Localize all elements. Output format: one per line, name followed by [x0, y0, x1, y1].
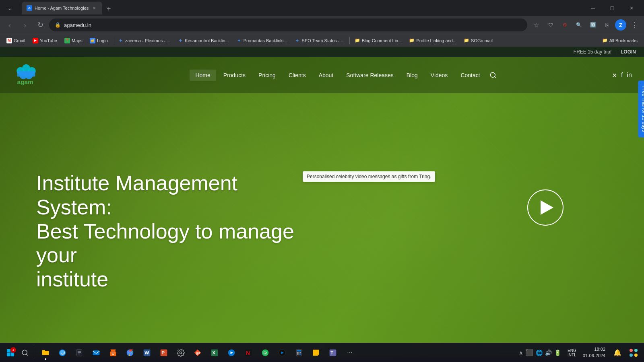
taskbar-teams[interactable]: T	[325, 345, 341, 361]
new-tab-btn[interactable]: +	[103, 3, 114, 14]
bookmark-blog[interactable]: 📁 Blog Comment Lin...	[351, 37, 405, 45]
bookmark-maps-label: Maps	[72, 38, 83, 43]
facebook-icon[interactable]: f	[621, 72, 623, 79]
kesarcontrol-favicon: +	[178, 38, 183, 43]
bookmark-seo[interactable]: + SEO Team Status - ...	[291, 37, 348, 45]
free-trial-sidebar-btn[interactable]: Free Trial for 15 days	[638, 81, 644, 138]
maps-favicon: 📍	[64, 38, 70, 43]
free-trial-text[interactable]: FREE 15 day trial	[574, 49, 611, 55]
bookmark-kesarcontrol[interactable]: + Kesarcontrol Backlin...	[174, 37, 232, 45]
tab-close-btn[interactable]: ×	[91, 5, 97, 11]
taskbar: 1	[0, 343, 644, 362]
all-bookmarks-btn[interactable]: 📁 All Bookmarks	[599, 37, 641, 45]
extension-btn-2[interactable]: ⚙	[558, 19, 571, 31]
hero-section: agam Home Products Pricing Clients About…	[0, 57, 644, 358]
taskbar-excel[interactable]: X	[206, 345, 223, 361]
svg-rect-17	[78, 352, 81, 353]
language-btn[interactable]: ENG INTL	[566, 348, 578, 357]
taskbar-spotify[interactable]	[257, 345, 273, 361]
nav-pricing[interactable]: Pricing	[253, 70, 281, 81]
taskbar-mail[interactable]	[88, 345, 104, 361]
linkedin-icon[interactable]: in	[627, 72, 632, 79]
bookmark-gmail[interactable]: M Gmail	[3, 37, 29, 45]
systray-expand-icon[interactable]: ∧	[519, 350, 523, 356]
taskbar-chrome[interactable]	[122, 345, 138, 361]
svg-rect-46	[298, 354, 299, 355]
social-links: ✕ f in	[612, 72, 632, 79]
start-button[interactable]: 1	[3, 346, 18, 360]
nav-actions: ☆ 🛡 ⚙ 🔍 🔟 ⎘ Z ⋮	[530, 19, 641, 31]
nav-home[interactable]: Home	[190, 70, 216, 81]
bookmark-pleximus[interactable]: + zaeema - Pleximus - ...	[115, 37, 173, 45]
mail-icon	[92, 349, 100, 357]
systray-recording-icon[interactable]: ⬛	[525, 349, 533, 356]
taskbar-groove[interactable]	[223, 345, 239, 361]
nav-about[interactable]: About	[313, 70, 339, 81]
back-btn[interactable]: ‹	[3, 19, 16, 31]
nav-blog[interactable]: Blog	[401, 70, 423, 81]
extension-btn-1[interactable]: 🛡	[544, 19, 557, 31]
taskbar-color-widget[interactable]	[626, 346, 641, 360]
site-logo[interactable]: agam	[12, 61, 40, 89]
volume-icon[interactable]: 🔊	[545, 350, 552, 356]
taskbar-search-btn[interactable]	[18, 346, 32, 360]
login-link[interactable]: LOGIN	[621, 49, 636, 55]
svg-rect-12	[11, 353, 14, 356]
battery-icon[interactable]: 🔋	[554, 350, 561, 356]
taskbar-media-player[interactable]	[274, 345, 290, 361]
extension-copy-btn[interactable]: ⎘	[601, 19, 613, 31]
taskbar-notepad[interactable]	[71, 345, 87, 361]
active-tab[interactable]: A Home - Agam Technologies ×	[22, 2, 102, 14]
bookmark-promantas[interactable]: + Promantas Backlinki...	[233, 37, 291, 45]
taskbar-git[interactable]: git	[190, 345, 206, 361]
taskbar-right: ∧ ⬛ 🌐 🔊 🔋 ENG INTL 18:02 01-06-2024 🔔	[516, 346, 641, 360]
taskbar-file-explorer[interactable]	[37, 345, 54, 361]
taskbar-settings[interactable]	[173, 345, 189, 361]
bookmark-sogo[interactable]: 📁 SOGo mail	[460, 37, 496, 45]
svg-text:W: W	[144, 350, 149, 355]
nav-contact[interactable]: Contact	[455, 70, 485, 81]
taskbar-netflix[interactable]: N	[240, 345, 256, 361]
play-video-btn[interactable]	[527, 189, 564, 226]
twitter-icon[interactable]: ✕	[612, 72, 617, 79]
svg-rect-19	[93, 350, 100, 355]
extension-btn-3[interactable]: 🔍	[572, 19, 585, 31]
nav-software-releases[interactable]: Software Releases	[341, 70, 399, 81]
taskbar-sep-1	[34, 347, 34, 359]
forward-btn[interactable]: ›	[19, 19, 31, 31]
bookmark-login[interactable]: 🔐 Login	[87, 37, 111, 45]
bookmark-maps[interactable]: 📍 Maps	[61, 37, 86, 45]
refresh-btn[interactable]: ↻	[34, 19, 47, 31]
taskbar-word[interactable]: W	[139, 345, 155, 361]
taskbar-clock[interactable]: 18:02 01-06-2024	[580, 346, 609, 359]
nav-search-btn[interactable]	[487, 70, 499, 81]
nav-videos[interactable]: Videos	[425, 70, 454, 81]
extension-btn-4[interactable]: 🔟	[586, 19, 599, 31]
bookmark-youtube[interactable]: ▶ YouTube	[29, 37, 60, 45]
profile-btn[interactable]: Z	[615, 19, 626, 31]
network-icon[interactable]: 🌐	[536, 350, 543, 356]
taskbar-sticky-notes[interactable]	[308, 345, 324, 361]
taskbar-more[interactable]: ···	[342, 345, 358, 361]
bookmark-profile[interactable]: 📁 Profile Linking and...	[406, 37, 460, 45]
settings-icon	[177, 349, 185, 357]
minimize-btn[interactable]: ─	[584, 2, 602, 14]
bookmark-star-btn[interactable]: ☆	[530, 19, 543, 31]
bookmark-sep-1	[113, 37, 113, 44]
tab-history-btn[interactable]: ⌄	[3, 2, 16, 14]
blog-favicon: 📁	[355, 38, 360, 43]
menu-btn[interactable]: ⋮	[628, 19, 641, 31]
notification-center-btn[interactable]: 🔔	[610, 346, 625, 360]
taskbar-powerpoint[interactable]: P	[156, 345, 172, 361]
all-bookmarks-label: All Bookmarks	[609, 38, 638, 43]
taskbar-store[interactable]	[105, 345, 121, 361]
nav-products[interactable]: Products	[218, 70, 251, 81]
address-bar[interactable]: 🔒 agamedu.in	[49, 19, 527, 31]
maximize-btn[interactable]: □	[603, 2, 621, 14]
close-btn[interactable]: ×	[622, 2, 641, 14]
title-bar: ⌄ A Home - Agam Technologies × + ─ □ ×	[0, 0, 644, 16]
nav-clients[interactable]: Clients	[283, 70, 312, 81]
taskbar-calculator[interactable]	[291, 345, 307, 361]
taskbar-edge[interactable]	[54, 345, 70, 361]
clock-date: 01-06-2024	[583, 353, 605, 359]
